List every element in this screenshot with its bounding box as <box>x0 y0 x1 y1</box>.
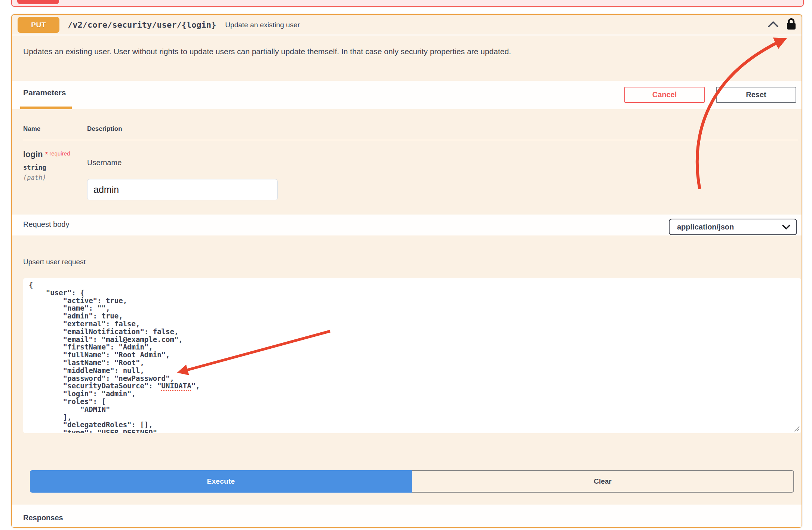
column-header-description: Description <box>87 125 122 133</box>
request-body-label: Request body <box>23 220 69 229</box>
reset-button[interactable]: Reset <box>716 87 796 103</box>
endpoint-description: Updates an existing user. User without r… <box>23 47 511 56</box>
column-header-name: Name <box>23 125 40 133</box>
tab-parameters-underline <box>20 107 72 109</box>
previous-endpoint-method-badge <box>17 0 59 4</box>
responses-label: Responses <box>23 514 63 522</box>
method-badge: PUT <box>18 17 59 33</box>
request-body-editor[interactable]: { "user": { "active": true, "name": "", … <box>23 278 801 433</box>
table-header-divider <box>23 140 798 140</box>
param-name-login: login*required <box>23 150 70 159</box>
param-type: string <box>23 164 46 171</box>
param-description: Username <box>87 158 122 167</box>
clear-button[interactable]: Clear <box>412 470 794 493</box>
endpoint-path: /v2/core/security/user/{login} <box>68 20 216 30</box>
content-type-value: application/json <box>677 223 734 231</box>
param-location: (path) <box>23 174 46 181</box>
param-name-text: login <box>23 150 43 159</box>
required-asterisk: * <box>45 150 48 158</box>
request-body-section-bar: Request body application/json <box>12 215 802 235</box>
request-body-schema-title: Upsert user request <box>23 258 86 266</box>
resize-handle-icon[interactable] <box>793 425 800 432</box>
content-type-select[interactable]: application/json <box>669 219 797 235</box>
chevron-down-icon <box>782 225 790 231</box>
required-label: required <box>49 150 70 157</box>
parameters-section-bar: Parameters Cancel Reset <box>12 81 802 109</box>
chevron-up-icon[interactable] <box>768 21 779 29</box>
request-body-editor-code[interactable]: { "user": { "active": true, "name": "", … <box>23 278 801 433</box>
execute-button[interactable]: Execute <box>30 470 412 493</box>
previous-endpoint-block[interactable] <box>11 0 804 7</box>
endpoint-header[interactable]: PUT /v2/core/security/user/{login} Updat… <box>12 15 802 35</box>
put-endpoint-block: PUT /v2/core/security/user/{login} Updat… <box>11 14 802 528</box>
responses-section-bar: Responses <box>12 505 802 527</box>
lock-icon[interactable] <box>786 18 796 32</box>
endpoint-summary: Update an existing user <box>225 21 300 29</box>
tab-parameters[interactable]: Parameters <box>23 88 66 97</box>
cancel-button[interactable]: Cancel <box>624 87 705 103</box>
login-value-input[interactable] <box>87 179 278 200</box>
action-buttons-row: Execute Clear <box>30 470 794 493</box>
